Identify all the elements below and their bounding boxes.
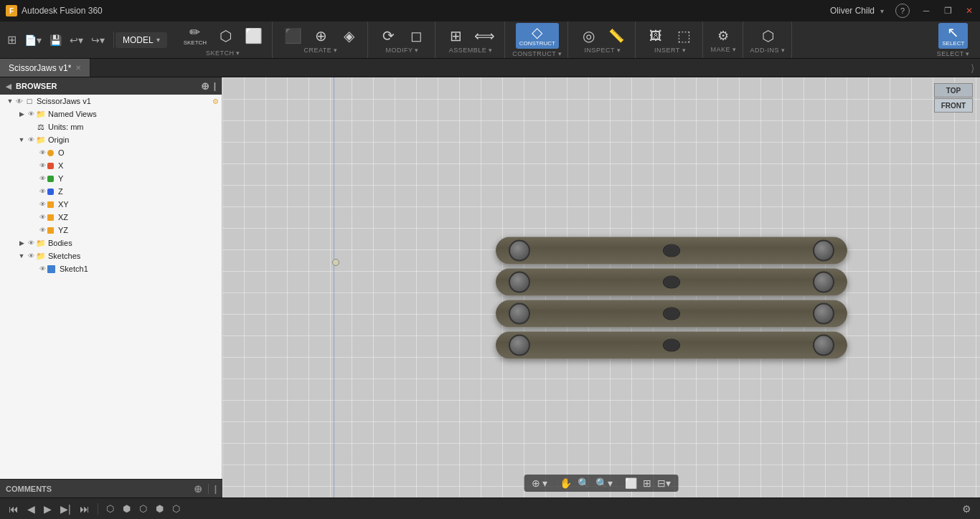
new-file-icon[interactable]: 📄▾ xyxy=(22,33,44,47)
xy-item[interactable]: 👁 XY xyxy=(0,198,222,211)
create-more-button[interactable]: ◈ xyxy=(336,27,362,45)
keyframe-icon-4[interactable]: ⬢ xyxy=(153,502,166,515)
nav-zoom-icon[interactable]: 🔍 xyxy=(578,477,590,489)
named-views-item[interactable]: ▶ 👁 📁 Named Views xyxy=(0,108,222,120)
scissor-tab[interactable]: ScissorJaws v1* ✕ xyxy=(0,59,90,77)
y-item[interactable]: 👁 Y xyxy=(0,172,222,185)
browser-pin-icon[interactable]: | xyxy=(214,81,216,91)
select-button[interactable]: ↖ SELECT xyxy=(938,23,968,49)
model-label: MODEL xyxy=(123,35,154,45)
o-item[interactable]: 👁 O xyxy=(0,146,222,159)
viewcube-front[interactable]: FRONT xyxy=(934,98,973,113)
nav-more-icon[interactable]: ⊟▾ xyxy=(657,477,671,489)
xy-eye[interactable]: 👁 xyxy=(37,199,47,209)
comments-pin-icon[interactable]: | xyxy=(215,484,217,494)
y-eye[interactable]: 👁 xyxy=(37,173,47,184)
keyframe-icon[interactable]: ⬡ xyxy=(103,502,117,515)
root-collapse-arrow[interactable]: ▼ xyxy=(6,97,14,105)
user-area: Oliver Child ▾ xyxy=(830,6,884,16)
x-item[interactable]: 👁 X xyxy=(0,159,222,172)
xz-label: XZ xyxy=(58,213,219,222)
bodies-item[interactable]: ▶ 👁 📁 Bodies xyxy=(0,237,222,249)
origin-item[interactable]: ▼ 👁 📁 Origin xyxy=(0,133,222,146)
assemble-button[interactable]: ⊞ xyxy=(443,27,468,45)
y-label: Y xyxy=(58,174,219,183)
yz-item[interactable]: 👁 YZ xyxy=(0,224,222,237)
root-eye-icon[interactable]: 👁 xyxy=(14,96,24,106)
tab-close-button[interactable]: ✕ xyxy=(75,64,81,72)
named-views-arrow[interactable]: ▶ xyxy=(17,110,26,118)
fillet-button[interactable]: ◻ xyxy=(403,27,429,45)
addins-button[interactable]: ⬡ xyxy=(755,27,781,45)
z-item[interactable]: 👁 Z xyxy=(0,185,222,198)
nav-grid-icon[interactable]: ⊞ xyxy=(643,477,651,489)
o-eye[interactable]: 👁 xyxy=(37,148,47,158)
playback-prev-button[interactable]: ◀ xyxy=(24,502,38,516)
keyframe-icon-2[interactable]: ⬢ xyxy=(120,502,133,515)
construct-button[interactable]: ◇ CONSTRUCT xyxy=(516,23,559,49)
hole-center-1 xyxy=(663,244,680,257)
help-button[interactable]: ? xyxy=(895,4,910,18)
playback-start-button[interactable]: ⏮ xyxy=(6,502,22,516)
bottom-bar: ⏮ ◀ ▶ ▶| ⏭ ⬡ ⬢ ⬡ ⬢ ⬡ ⚙ xyxy=(0,497,980,519)
yz-eye[interactable]: 👁 xyxy=(37,225,47,235)
origin-arrow[interactable]: ▼ xyxy=(17,135,26,144)
select-label: SELECT xyxy=(942,40,964,47)
playback-play-button[interactable]: ▶ xyxy=(41,502,55,516)
sketches-arrow[interactable]: ▼ xyxy=(17,252,26,260)
sketch1-item[interactable]: 👁 Sketch1 xyxy=(0,262,222,275)
playback-next-button[interactable]: ▶| xyxy=(57,502,74,516)
keyframe-icon-5[interactable]: ⬡ xyxy=(169,502,183,515)
browser-arrow[interactable]: ◀ xyxy=(6,82,11,90)
extrude-button[interactable]: ⬛ xyxy=(280,27,306,45)
nav-pan-icon[interactable]: ✋ xyxy=(560,477,572,489)
project-button[interactable]: ⬜ xyxy=(240,27,266,45)
save-icon[interactable]: 💾 xyxy=(47,33,65,47)
keyframe-icon-3[interactable]: ⬡ xyxy=(136,502,150,515)
modify-button[interactable]: ⟳ xyxy=(375,27,401,45)
make-button[interactable]: ⚙ xyxy=(710,27,736,44)
minimize-button[interactable]: ─ xyxy=(921,6,931,16)
xz-item[interactable]: 👁 XZ xyxy=(0,211,222,224)
playback-end-button[interactable]: ⏭ xyxy=(77,502,93,516)
tree-root-item[interactable]: ▼ 👁 □ ScissorJaws v1 ⚙ xyxy=(0,95,222,108)
create-group-label: CREATE ▾ xyxy=(303,47,337,54)
nav-display-icon[interactable]: ⬜ xyxy=(625,477,637,489)
browser-search-icon[interactable]: ⊕ xyxy=(201,80,209,92)
units-item[interactable]: ▶ 👁 ⚖ Units: mm xyxy=(0,120,222,133)
close-button[interactable]: ✕ xyxy=(964,6,974,16)
sketches-item[interactable]: ▼ 👁 📁 Sketches xyxy=(0,249,222,262)
root-settings-icon[interactable]: ⚙ xyxy=(212,97,219,105)
viewcube[interactable]: TOP FRONT xyxy=(934,83,973,113)
finish-sketch-button[interactable]: ⬡ xyxy=(212,27,238,45)
named-views-eye[interactable]: 👁 xyxy=(26,109,36,119)
x-eye[interactable]: 👁 xyxy=(37,161,47,171)
grid-icon[interactable]: ⊞ xyxy=(4,32,19,48)
joint-button[interactable]: ⟺ xyxy=(471,27,499,45)
origin-eye[interactable]: 👁 xyxy=(26,135,36,145)
z-eye[interactable]: 👁 xyxy=(37,186,47,196)
restore-button[interactable]: ❐ xyxy=(943,6,953,16)
bodies-eye[interactable]: 👁 xyxy=(26,238,36,248)
units-label: Units: mm xyxy=(48,123,219,131)
xz-eye[interactable]: 👁 xyxy=(37,212,47,222)
bodies-arrow[interactable]: ▶ xyxy=(17,239,26,247)
sketches-eye[interactable]: 👁 xyxy=(26,251,36,261)
sketch-button[interactable]: ✏ SKETCH xyxy=(180,24,210,48)
viewport[interactable]: TOP FRONT ⊕ ▾ ✋ 🔍 🔍▾ ⬜ ⊞ ⊟▾ xyxy=(222,77,980,497)
redo-icon[interactable]: ↪▾ xyxy=(88,33,108,47)
undo-icon[interactable]: ↩▾ xyxy=(67,33,86,47)
xz-plane-icon xyxy=(47,214,54,221)
insert-image-button[interactable]: 🖼 xyxy=(643,27,669,44)
decal-button[interactable]: ⬚ xyxy=(671,27,697,45)
revolve-button[interactable]: ⊕ xyxy=(308,27,334,45)
comments-add-button[interactable]: ⊕ xyxy=(194,483,202,495)
settings-icon[interactable]: ⚙ xyxy=(959,502,974,516)
nav-orbit-icon[interactable]: ⊕ ▾ xyxy=(532,477,548,489)
sketch1-eye[interactable]: 👁 xyxy=(37,264,47,274)
model-button[interactable]: MODEL ▾ xyxy=(116,32,167,48)
measure-button[interactable]: 📏 xyxy=(603,27,629,44)
inspect-button[interactable]: ◎ xyxy=(575,27,601,45)
nav-fit-icon[interactable]: 🔍▾ xyxy=(595,477,613,489)
viewcube-top[interactable]: TOP xyxy=(934,83,973,97)
